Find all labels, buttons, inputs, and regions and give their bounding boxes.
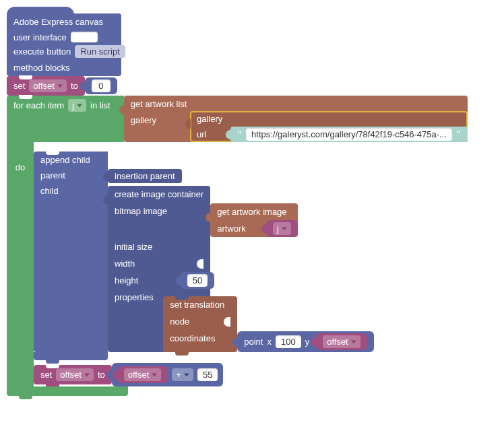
var-j-reporter[interactable]: j: [266, 220, 298, 237]
chevron-down-icon: [152, 373, 157, 377]
hat-title: Adobe Express canvas: [7, 13, 121, 30]
math-add-block[interactable]: offset + 55: [112, 363, 224, 386]
var-offset-reporter[interactable]: offset: [316, 333, 367, 350]
url-label: url: [190, 127, 230, 142]
to-label-2: to: [98, 370, 105, 380]
chevron-down-icon: [57, 84, 63, 88]
chevron-down-icon: [77, 104, 82, 108]
node-label: node: [170, 316, 189, 327]
x-label: x: [267, 337, 272, 347]
append-child-block[interactable]: append child parent child insertion pare…: [34, 151, 374, 352]
var-offset-dropdown[interactable]: offset: [29, 79, 67, 92]
insertion-parent-block[interactable]: insertion parent: [108, 169, 182, 183]
create-image-title: create image container: [108, 186, 210, 203]
set-label: set: [13, 81, 25, 91]
op-dropdown[interactable]: +: [172, 368, 193, 381]
height-label: height: [108, 272, 181, 289]
in-list-label: in list: [90, 100, 111, 110]
set-translation-block[interactable]: set translation node coordinates: [163, 296, 373, 352]
coordinates-label: coordinates: [163, 330, 237, 347]
var-offset-dropdown-3[interactable]: offset: [56, 368, 94, 381]
height-value-block[interactable]: 50: [181, 272, 214, 289]
var-offset-dropdown-2[interactable]: offset: [323, 335, 360, 348]
for-each-bottom: [7, 386, 128, 396]
chevron-down-icon: [351, 340, 356, 344]
execute-label: execute button: [13, 46, 71, 57]
chevron-down-icon: [184, 373, 189, 377]
set-translation-title: set translation: [163, 296, 237, 313]
value-0[interactable]: 0: [85, 77, 117, 94]
point-label: point: [244, 337, 263, 347]
for-each-label: for each item: [13, 100, 64, 110]
set-offset-block[interactable]: set offset to 0: [7, 76, 497, 96]
var-offset-dropdown-4[interactable]: offset: [124, 368, 162, 381]
open-quote-icon: “: [233, 129, 246, 141]
point-block[interactable]: point x 100 y offset: [237, 331, 373, 352]
bitmap-label: bitmap image: [108, 203, 210, 220]
node-socket[interactable]: [224, 317, 230, 327]
var-offset-reporter-2[interactable]: offset: [117, 366, 168, 383]
gallery-label: gallery: [124, 112, 163, 142]
chevron-down-icon: [282, 227, 287, 231]
close-quote-icon: ”: [452, 129, 465, 141]
append-child-title: append child: [34, 151, 108, 168]
initial-size-label: initial size: [108, 238, 210, 255]
gallery-inner-label: gallery: [190, 111, 468, 127]
var-j-dropdown[interactable]: j: [68, 99, 86, 112]
url-string-block[interactable]: “ https://galeryst.com/gallery/78f42f19-…: [230, 127, 468, 142]
y-label: y: [305, 337, 310, 347]
get-artwork-list-title: get artwork list: [124, 96, 468, 112]
get-artwork-image-block[interactable]: get artwork image artwork j: [210, 203, 373, 237]
ui-label: user interface: [13, 32, 67, 42]
set-label-2: set: [40, 370, 52, 380]
artwork-label: artwork: [210, 220, 253, 237]
properties-label: properties: [115, 292, 154, 302]
ui-slot[interactable]: [71, 32, 98, 42]
parent-label: parent: [34, 168, 108, 184]
create-image-container-block[interactable]: create image container bitmap image init…: [108, 186, 374, 352]
width-label: width: [115, 259, 135, 269]
do-arm: do: [7, 142, 34, 386]
x-value[interactable]: 100: [276, 335, 301, 348]
rhs-value[interactable]: 55: [197, 368, 218, 381]
run-script-button[interactable]: Run script: [75, 45, 125, 58]
var-j-dropdown-2[interactable]: j: [273, 222, 291, 235]
methods-label: method blocks: [7, 59, 121, 76]
get-artwork-image-title: get artwork image: [210, 203, 298, 220]
set-offset-increment-block[interactable]: set offset to offset: [34, 363, 374, 386]
get-artwork-list-block[interactable]: get artwork list gallery gallery url “ h…: [124, 96, 468, 142]
child-label: child: [34, 184, 108, 203]
for-each-block[interactable]: for each item j in list get artwork list…: [7, 96, 497, 142]
adobe-express-hat-block[interactable]: Adobe Express canvas user interface exec…: [7, 13, 121, 76]
url-input[interactable]: https://galeryst.com/gallery/78f42f19-c5…: [246, 128, 452, 141]
gallery-sub-block[interactable]: gallery url “ https://galeryst.com/galle…: [190, 111, 468, 142]
append-child-bottom: [34, 352, 108, 360]
chevron-down-icon: [84, 373, 90, 377]
width-socket[interactable]: [197, 259, 203, 269]
